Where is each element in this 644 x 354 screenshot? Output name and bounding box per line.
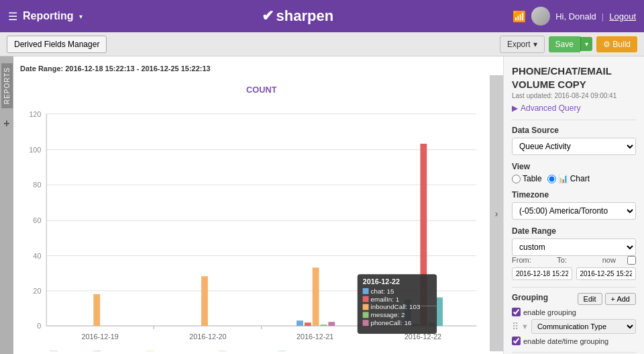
left-sidebar: REPORTS +	[0, 56, 13, 354]
svg-text:2016-12-21: 2016-12-21	[297, 333, 333, 341]
now-checkbox-label: now	[602, 256, 643, 265]
header: ☰ Reporting ▾ ✔ sharpen 📶 Hi, Donald | L…	[0, 0, 644, 32]
svg-text:message: 2: message: 2	[371, 311, 405, 318]
save-group: Save ▾	[549, 36, 592, 52]
chart-icon: 📊	[558, 174, 568, 183]
export-button[interactable]: Export ▾	[500, 36, 545, 53]
reports-tab[interactable]: REPORTS	[1, 63, 13, 108]
view-row: Table 📊 Chart	[512, 174, 636, 183]
grouping-header: Grouping Edit + Add	[512, 293, 636, 305]
chart-expand-button[interactable]: ›	[490, 75, 503, 351]
build-icon: ⚙	[603, 40, 610, 49]
timezone-label: Timezone	[512, 190, 636, 200]
enable-grouping-text: enable grouping	[523, 308, 576, 316]
date-range-prefix: Date Range:	[20, 64, 63, 73]
svg-text:40: 40	[33, 252, 41, 260]
reporting-dropdown-icon[interactable]: ▾	[79, 13, 83, 20]
derived-fields-button[interactable]: Derived Fields Manager	[7, 36, 107, 53]
svg-text:inboundCall: 103: inboundCall: 103	[371, 303, 421, 310]
svg-text:emailIn: 1: emailIn: 1	[371, 296, 400, 303]
build-button[interactable]: ⚙ Build	[596, 36, 637, 52]
bar-group3-chat	[297, 320, 303, 326]
save-button[interactable]: Save	[549, 36, 580, 52]
toolbar-left: Derived Fields Manager	[7, 36, 107, 53]
export-label: Export	[507, 40, 531, 49]
report-title: PHONE/CHAT/EMAIL VOLUME COPY	[512, 64, 636, 91]
signal-icon: 📶	[513, 10, 526, 23]
chart-container: COUNT 0 20 40 60	[13, 75, 503, 351]
user-greeting: Hi, Donald	[555, 11, 596, 21]
date-range-label: Date Range	[512, 226, 636, 236]
view-table-label: Table	[523, 174, 542, 183]
data-source-select[interactable]: Queue Activity	[512, 138, 636, 155]
header-right: 📶 Hi, Donald | Logout	[513, 7, 636, 26]
svg-rect-24	[363, 288, 369, 294]
hamburger-icon[interactable]: ☰	[8, 10, 17, 23]
filter-icon: ▼	[521, 322, 529, 330]
svg-text:100: 100	[29, 146, 41, 154]
grouping-add-button[interactable]: + Add	[605, 293, 636, 305]
divider-2	[512, 287, 636, 287]
advanced-query-button[interactable]: ▶ Advanced Query	[512, 103, 636, 113]
data-source-label: Data Source	[512, 126, 636, 135]
chevron-right-icon: ▶	[512, 103, 518, 113]
svg-text:2016-12-22: 2016-12-22	[363, 277, 400, 285]
svg-rect-32	[363, 320, 369, 326]
enable-datetime-grouping-label[interactable]: enable date/time grouping	[512, 337, 636, 345]
drag-handle-icon[interactable]: ⠿	[512, 321, 519, 332]
date-range-select[interactable]: custom	[512, 238, 636, 256]
grouping-label: Grouping	[512, 293, 548, 302]
from-to-labels: From: To: now	[512, 256, 636, 265]
enable-datetime-grouping-checkbox[interactable]	[512, 337, 521, 345]
svg-text:2016-12-19: 2016-12-19	[81, 333, 118, 341]
group-row: ⠿ ▼ Communication Type	[512, 319, 636, 334]
y-axis-label: COUNT	[246, 85, 277, 95]
svg-text:20: 20	[33, 287, 41, 295]
main-area: REPORTS + Date Range: 2016-12-18 15:22:1…	[0, 56, 644, 354]
date-range-label: Date Range: 2016-12-18 15:22:13 - 2016-1…	[13, 62, 503, 75]
toolbar: Derived Fields Manager Export ▾ Save ▾ ⚙…	[0, 32, 644, 56]
bar-group4-phone	[436, 298, 443, 326]
logout-button[interactable]: Logout	[609, 11, 636, 21]
svg-rect-26	[363, 296, 369, 302]
add-report-button[interactable]: +	[3, 118, 9, 130]
timezone-section: Timezone (-05:00) America/Toronto	[512, 190, 636, 220]
to-date-input[interactable]	[576, 267, 637, 280]
toolbar-right: Export ▾ Save ▾ ⚙ Build	[500, 36, 637, 53]
to-label: To:	[557, 256, 598, 265]
bar-group3-email	[305, 322, 311, 326]
enable-grouping-label[interactable]: enable grouping	[512, 308, 636, 316]
advanced-query-label: Advanced Query	[521, 103, 580, 113]
enable-grouping-checkbox[interactable]	[512, 308, 521, 316]
timezone-select[interactable]: (-05:00) America/Toronto	[512, 202, 636, 220]
bar-group3-inbound	[313, 267, 319, 326]
right-panel: PHONE/CHAT/EMAIL VOLUME COPY Last update…	[503, 56, 644, 354]
bar-group2-inbound	[201, 276, 208, 326]
bar-group3-phone	[328, 322, 335, 326]
save-dropdown-button[interactable]: ▾	[580, 37, 592, 51]
divider-3	[512, 352, 636, 353]
svg-text:0: 0	[37, 322, 41, 330]
svg-rect-28	[363, 304, 369, 310]
last-updated: Last updated: 2016-08-24 09:00:41	[512, 92, 636, 99]
now-checkbox[interactable]	[627, 256, 636, 265]
date-range-row	[512, 267, 636, 280]
date-range-section: Date Range custom From: To: now	[512, 226, 636, 280]
build-label: Build	[612, 40, 631, 49]
enable-datetime-grouping-text: enable date/time grouping	[523, 337, 608, 345]
export-arrow-icon: ▾	[533, 40, 537, 49]
from-date-input[interactable]	[512, 267, 572, 280]
group-type-select[interactable]: Communication Type	[531, 319, 636, 334]
grouping-edit-button[interactable]: Edit	[578, 293, 602, 305]
view-table-radio[interactable]: Table	[512, 174, 542, 183]
view-table-input[interactable]	[512, 175, 521, 183]
bar-group3-message	[321, 324, 327, 326]
view-chart-radio[interactable]: 📊 Chart	[547, 174, 590, 183]
logo-text: sharpen	[276, 7, 334, 25]
svg-text:phoneCall: 16: phoneCall: 16	[371, 319, 412, 326]
svg-text:120: 120	[29, 110, 41, 118]
svg-rect-30	[363, 312, 369, 318]
divider-1	[512, 120, 636, 120]
view-chart-input[interactable]	[547, 175, 556, 183]
svg-text:chat: 15: chat: 15	[371, 287, 395, 295]
